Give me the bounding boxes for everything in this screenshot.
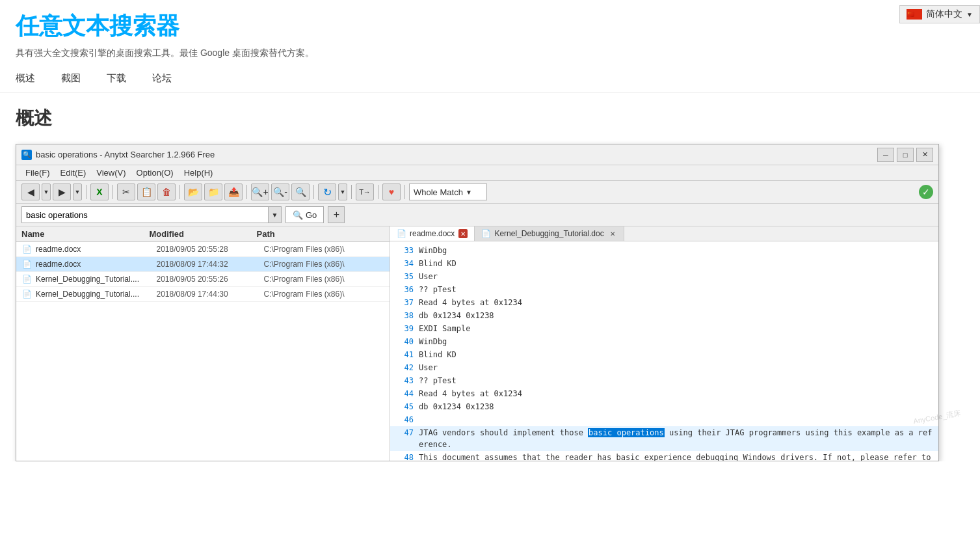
- menu-option[interactable]: Option(O): [133, 167, 178, 178]
- language-dropdown-arrow: ▼: [966, 11, 973, 18]
- match-dropdown[interactable]: Whole Match ▼: [409, 184, 487, 200]
- file-icon: 📄: [21, 244, 32, 254]
- status-indicator: ✓: [919, 185, 933, 199]
- line-content: Blind KD: [419, 349, 457, 360]
- nav-overview[interactable]: 概述: [16, 72, 35, 85]
- refresh-button[interactable]: ↻: [318, 184, 336, 200]
- search-icon: 🔍: [293, 210, 303, 220]
- preview-line: 34 Blind KD: [390, 257, 938, 270]
- search-input[interactable]: [22, 209, 268, 221]
- language-selector[interactable]: 🇨🇳 简体中文 ▼: [899, 5, 980, 23]
- col-path-header: Path: [257, 229, 385, 239]
- tab-label: readme.docx: [410, 229, 455, 238]
- file-row[interactable]: 📄 readme.docx 2018/09/05 20:55:28 C:\Pro…: [16, 242, 390, 257]
- tab-close-button2[interactable]: ✕: [608, 229, 617, 238]
- preview-line: 45 db 0x1234 0x1238: [390, 400, 938, 413]
- preview-line: 35 User: [390, 270, 938, 283]
- line-number: 33: [395, 245, 414, 256]
- file-path: C:\Program Files (x86)\: [264, 290, 385, 299]
- file-row[interactable]: 📄 Kernel_Debugging_Tutorial.... 2018/09/…: [16, 272, 390, 287]
- translate-button[interactable]: T→: [356, 184, 374, 200]
- file-path: C:\Program Files (x86)\: [264, 275, 385, 284]
- line-number: 48: [395, 452, 414, 461]
- tab-readme[interactable]: 📄 readme.docx ✕: [390, 226, 475, 241]
- open-folder-button[interactable]: 📂: [184, 184, 202, 200]
- refresh-dropdown[interactable]: ▼: [338, 184, 347, 200]
- favorite-button[interactable]: ♥: [382, 184, 401, 200]
- match-dropdown-arrow: ▼: [466, 189, 472, 196]
- preview-line-highlight: 47 JTAG vendors should implement those b…: [390, 426, 938, 451]
- file-path: C:\Program Files (x86)\: [264, 245, 385, 254]
- preview-line: 37 Read 4 bytes at 0x1234: [390, 296, 938, 309]
- tab-close-button[interactable]: ✕: [458, 229, 468, 238]
- export-button[interactable]: 📤: [224, 184, 243, 200]
- line-content: Blind KD: [419, 258, 457, 269]
- preview-line: 36 ?? pTest: [390, 283, 938, 296]
- preview-line: 48 This document assumes that the reader…: [390, 451, 938, 461]
- file-modified: 2018/09/05 20:55:26: [157, 275, 264, 284]
- line-content: WinDbg: [419, 336, 447, 347]
- line-content: EXDI Sample: [419, 323, 470, 334]
- delete-button[interactable]: 🗑: [157, 184, 176, 200]
- app-icon: 🔍: [21, 150, 32, 160]
- zoom-reset-button[interactable]: 🔍: [291, 184, 310, 200]
- line-number: 36: [395, 284, 414, 295]
- preview-line: 43 ?? pTest: [390, 374, 938, 387]
- menu-help[interactable]: Help(H): [180, 167, 217, 178]
- window-title: basic operations - Anytxt Searcher 1.2.9…: [36, 150, 215, 159]
- menu-view[interactable]: View(V): [92, 167, 129, 178]
- minimize-button[interactable]: ─: [877, 148, 894, 162]
- nav-screenshots[interactable]: 截图: [61, 72, 81, 85]
- add-folder-button[interactable]: 📁: [204, 184, 222, 200]
- back-dropdown[interactable]: ▼: [42, 184, 51, 200]
- zoom-in-button[interactable]: 🔍+: [251, 184, 269, 200]
- line-number: 35: [395, 271, 414, 282]
- preview-line: 38 db 0x1234 0x1238: [390, 309, 938, 322]
- maximize-button[interactable]: □: [897, 148, 914, 162]
- forward-button[interactable]: ▶: [53, 184, 71, 200]
- line-content: WinDbg: [419, 245, 447, 256]
- preview-line: 41 Blind KD: [390, 348, 938, 361]
- col-name-header: Name: [21, 229, 150, 239]
- preview-line: 46: [390, 413, 938, 426]
- forward-dropdown[interactable]: ▼: [73, 184, 82, 200]
- line-content: ?? pTest: [419, 375, 457, 387]
- line-number: 39: [395, 323, 414, 334]
- line-content: User: [419, 362, 438, 374]
- preview-content: 33 WinDbg 34 Blind KD 35 User 36 ?? pTes…: [390, 241, 938, 461]
- line-number: 38: [395, 310, 414, 321]
- file-modified: 2018/09/05 20:55:28: [157, 245, 264, 254]
- line-content: ?? pTest: [419, 284, 457, 295]
- close-button[interactable]: ✕: [916, 148, 933, 162]
- copy-button[interactable]: 📋: [137, 184, 155, 200]
- line-content: Read 4 bytes at 0x1234: [419, 297, 522, 308]
- file-path: C:\Program Files (x86)\: [264, 260, 385, 269]
- nav-download[interactable]: 下载: [107, 72, 126, 85]
- file-icon: 📄: [21, 274, 32, 284]
- nav-forum[interactable]: 论坛: [152, 72, 172, 85]
- page-title: 任意文本搜索器: [16, 10, 964, 42]
- language-label: 简体中文: [926, 8, 962, 20]
- zoom-out-button[interactable]: 🔍-: [271, 184, 289, 200]
- tab-label: Kernel_Debugging_Tutorial.doc: [494, 229, 603, 238]
- search-dropdown-button[interactable]: ▼: [268, 207, 281, 223]
- tab-icon: 📄: [481, 229, 490, 238]
- menu-file[interactable]: File(F): [21, 167, 54, 178]
- tab-icon: 📄: [397, 229, 406, 238]
- file-row[interactable]: 📄 readme.docx 2018/08/09 17:44:32 C:\Pro…: [16, 257, 390, 272]
- line-number: 42: [395, 362, 414, 374]
- export-excel-button[interactable]: X: [90, 184, 109, 200]
- tab-kernel[interactable]: 📄 Kernel_Debugging_Tutorial.doc ✕: [475, 226, 624, 241]
- cut-button[interactable]: ✂: [117, 184, 135, 200]
- line-number: 43: [395, 375, 414, 387]
- match-dropdown-label: Whole Match: [414, 187, 463, 197]
- section-title: 概述: [0, 106, 980, 144]
- add-tab-button[interactable]: +: [328, 206, 345, 223]
- go-button[interactable]: 🔍 Go: [285, 206, 324, 223]
- back-button[interactable]: ◀: [21, 184, 40, 200]
- menu-edit[interactable]: Edit(E): [57, 167, 90, 178]
- line-number: 47: [395, 427, 414, 439]
- file-name: readme.docx: [36, 245, 157, 254]
- file-row[interactable]: 📄 Kernel_Debugging_Tutorial.... 2018/08/…: [16, 287, 390, 302]
- file-name: Kernel_Debugging_Tutorial....: [36, 275, 157, 284]
